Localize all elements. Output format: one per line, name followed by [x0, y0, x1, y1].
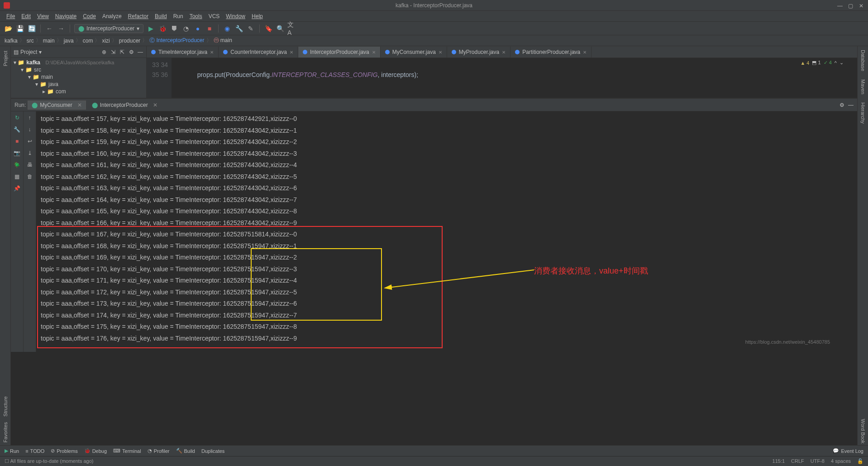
sidebar-favorites[interactable]: Favorites	[3, 419, 8, 445]
menu-view[interactable]: View	[34, 12, 52, 20]
hide-icon[interactable]: —	[848, 102, 854, 108]
menu-tools[interactable]: Tools	[187, 12, 205, 20]
translate-icon[interactable]: 文A	[287, 24, 296, 33]
crumb[interactable]: xizi	[102, 38, 110, 44]
close-tab-icon[interactable]: ✕	[439, 50, 442, 55]
bug-icon[interactable]: 🪲	[13, 160, 22, 169]
ok-indicator[interactable]: ✓ 4	[824, 60, 832, 66]
editor-tab[interactable]: PartitionerProducer.java✕	[510, 47, 591, 58]
hide-icon[interactable]: —	[137, 49, 143, 55]
wrench-icon[interactable]: 🔧	[234, 24, 243, 33]
crumb[interactable]: main	[43, 38, 55, 44]
status-line-ending[interactable]: CRLF	[791, 458, 804, 464]
event-log[interactable]: 💬 Event Log	[833, 448, 863, 454]
gear-icon[interactable]: ⚙	[128, 49, 134, 55]
coverage-icon[interactable]: ⛊	[170, 24, 179, 33]
bottom-duplicates[interactable]: Duplicates	[201, 448, 224, 454]
status-lock-icon[interactable]: 🔓	[857, 458, 863, 464]
crumb[interactable]: kafka	[5, 38, 18, 44]
menu-run[interactable]: Run	[171, 12, 186, 20]
profile-icon[interactable]: ◔	[181, 24, 191, 33]
rerun-icon[interactable]: ↻	[13, 113, 22, 122]
wrench-icon[interactable]: 🔧	[13, 125, 22, 134]
code-editor[interactable]: 33 34 35 36 props.put(ProducerConfig.INT…	[147, 58, 857, 98]
menu-analyze[interactable]: Analyze	[100, 12, 124, 20]
close-tab-icon[interactable]: ✕	[77, 102, 82, 108]
status-position[interactable]: 115:1	[773, 458, 785, 464]
attach-icon[interactable]: ●	[193, 24, 202, 33]
close-tab-icon[interactable]: ✕	[290, 50, 293, 55]
crumb[interactable]: Ⓒ InterceptorProducer	[149, 37, 204, 44]
pin-icon[interactable]: 📌	[13, 184, 22, 193]
editor-tab[interactable]: CounterInterceptor.java✕	[219, 47, 298, 58]
sidebar-database[interactable]: Database	[860, 48, 866, 73]
trash-icon[interactable]: 🗑	[25, 172, 34, 181]
bottom-run[interactable]: ▶Run	[5, 448, 19, 454]
close-tab-icon[interactable]: ✕	[583, 50, 587, 55]
bottom-debug[interactable]: 🐞 Debug	[84, 448, 107, 454]
close-tab-icon[interactable]: ✕	[372, 50, 376, 55]
status-indent[interactable]: 4 spaces	[831, 458, 851, 464]
maximize-icon[interactable]: ▢	[848, 3, 854, 8]
menu-edit[interactable]: Edit	[19, 12, 33, 20]
debug-icon[interactable]: 🐞	[158, 24, 167, 33]
expand-icon[interactable]: ⇱	[119, 49, 125, 55]
tree-project-root[interactable]: ▾ 📁 kafka D:\IDEA\JavaWorkSpace\kafka	[11, 59, 146, 66]
gear-icon[interactable]: ⚙	[839, 102, 844, 108]
chevron-down-icon[interactable]: ⌄	[839, 60, 844, 66]
editor-tab[interactable]: TimeInterceptor.java✕	[147, 47, 219, 58]
layout-icon[interactable]: ▦	[13, 172, 22, 181]
editor-tab[interactable]: MyProducer.java✕	[447, 47, 510, 58]
chevron-up-icon[interactable]: ^	[835, 60, 837, 66]
scroll-icon[interactable]: ⤓	[25, 149, 34, 158]
bottom-todo[interactable]: ≡ TODO	[25, 448, 44, 454]
back-icon[interactable]: ←	[45, 24, 54, 33]
sync-icon[interactable]: 🔄	[27, 24, 36, 33]
info-indicator[interactable]: ⬒ 1	[812, 60, 820, 66]
status-encoding[interactable]: UTF-8	[811, 458, 825, 464]
down-icon[interactable]: ↓	[25, 125, 34, 134]
save-all-icon[interactable]: 💾	[15, 24, 24, 33]
menu-refactor[interactable]: Refactor	[125, 12, 151, 20]
sidebar-maven[interactable]: Maven	[860, 77, 866, 96]
run-tab[interactable]: ⬤MyConsumer✕	[28, 101, 86, 110]
bottom-build[interactable]: 🔨 Build	[176, 448, 195, 454]
bookmark-icon[interactable]: 🔖	[264, 24, 273, 33]
search-icon[interactable]: 🔍	[276, 24, 285, 33]
assist-icon[interactable]: ◉	[223, 24, 232, 33]
camera-icon[interactable]: 📷	[13, 149, 22, 158]
sidebar-hierarchy[interactable]: Hierarchy	[860, 101, 866, 125]
bottom-problems[interactable]: ⊘ Problems	[51, 448, 77, 454]
pencil-icon[interactable]: ✎	[246, 24, 255, 33]
chevron-down-icon[interactable]: ▾	[39, 49, 42, 55]
forward-icon[interactable]: →	[57, 24, 66, 33]
crumb[interactable]: com	[83, 38, 93, 44]
menu-code[interactable]: Code	[80, 12, 99, 20]
close-tab-icon[interactable]: ✕	[210, 50, 214, 55]
sidebar-structure[interactable]: Structure	[3, 394, 8, 419]
tree-folder-main[interactable]: ▾ 📁 main	[11, 73, 146, 81]
minimize-icon[interactable]: —	[837, 3, 843, 8]
close-tab-icon[interactable]: ✕	[502, 50, 506, 55]
menu-help[interactable]: Help	[249, 12, 266, 20]
project-header-label[interactable]: Project	[20, 49, 37, 55]
tree-folder-com[interactable]: ▸ 📁 com	[11, 88, 146, 95]
print-icon[interactable]: 🖶	[25, 160, 34, 169]
sidebar-wordbook[interactable]: Word Book	[860, 417, 866, 445]
run-configuration-selector[interactable]: ⬤ InterceptorProducer ▾	[74, 24, 143, 33]
close-icon[interactable]: ✕	[859, 3, 864, 8]
stop-icon[interactable]: ■	[205, 24, 214, 33]
menu-file[interactable]: File	[4, 12, 18, 20]
stop-icon[interactable]: ■	[13, 137, 22, 146]
console-output[interactable]: topic = aaa,offset = 157, key = xizi_key…	[36, 111, 857, 352]
close-tab-icon[interactable]: ✕	[153, 102, 157, 108]
crumb[interactable]: ⓜ main	[214, 37, 232, 44]
up-icon[interactable]: ↑	[25, 113, 34, 122]
bottom-profiler[interactable]: ◔ Profiler	[148, 448, 170, 454]
inspection-indicators[interactable]: ▲ 4 ⬒ 1 ✓ 4 ^ ⌄	[800, 60, 844, 66]
editor-tab[interactable]: MyConsumer.java✕	[381, 47, 447, 58]
bottom-terminal[interactable]: ⌨ Terminal	[113, 448, 141, 454]
tree-folder-src[interactable]: ▾ 📁 src	[11, 66, 146, 73]
open-icon[interactable]: 📂	[4, 24, 13, 33]
menu-build[interactable]: Build	[152, 12, 170, 20]
